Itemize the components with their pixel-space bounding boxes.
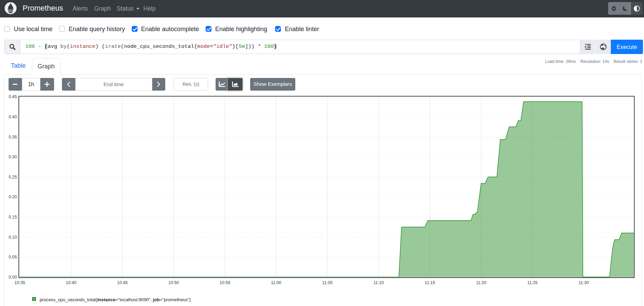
svg-text:0.30: 0.30 (9, 155, 17, 159)
svg-text:0.05: 0.05 (9, 255, 17, 260)
svg-text:0.20: 0.20 (9, 195, 17, 199)
svg-text:11:30: 11:30 (579, 280, 589, 285)
svg-text:0.25: 0.25 (9, 175, 17, 179)
svg-text:11:25: 11:25 (527, 280, 538, 285)
svg-text:10:55: 10:55 (220, 280, 230, 285)
svg-text:10:50: 10:50 (168, 280, 179, 285)
svg-text:0.10: 0.10 (9, 235, 17, 240)
svg-text:11:15: 11:15 (425, 280, 435, 285)
svg-text:0.15: 0.15 (9, 215, 17, 219)
svg-text:11:05: 11:05 (322, 280, 333, 285)
svg-text:0.45: 0.45 (9, 94, 17, 99)
svg-text:11:10: 11:10 (373, 280, 384, 285)
svg-text:10:45: 10:45 (117, 280, 128, 285)
svg-text:10:35: 10:35 (14, 280, 25, 285)
svg-text:10:40: 10:40 (66, 280, 76, 285)
svg-text:11:20: 11:20 (476, 280, 486, 285)
svg-text:0.00: 0.00 (9, 275, 17, 280)
svg-text:11:00: 11:00 (271, 280, 281, 285)
svg-text:0.40: 0.40 (9, 115, 17, 119)
svg-text:0.35: 0.35 (9, 135, 17, 139)
